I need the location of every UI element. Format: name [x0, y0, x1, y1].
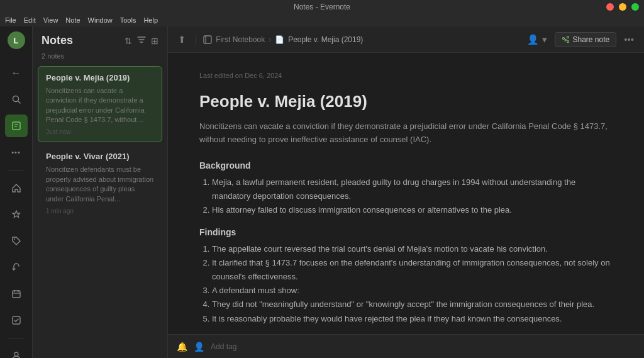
note-subtitle: Noncitizens can vacate a conviction if t… [199, 120, 613, 147]
list-item: The appellate court reversed the trial c… [212, 242, 613, 256]
note-section-heading-1: Findings [199, 227, 613, 237]
note-card-1[interactable]: People v. Mejia (2019) Noncitizens can v… [38, 66, 162, 142]
note-main-title: People v. Mejia (2019) [199, 92, 613, 111]
add-tag-button[interactable]: Add tag [211, 342, 236, 351]
notes-header-actions: ⇅ ⊞ [125, 35, 158, 46]
back-nav-icon[interactable]: ← [5, 62, 28, 84]
menu-note[interactable]: Note [65, 16, 80, 24]
close-btn[interactable]: ✕ [606, 3, 614, 11]
home-nav-icon[interactable] [5, 177, 28, 199]
notes-nav-icon[interactable] [5, 115, 28, 137]
main-content: ⬆ | First Notebook › 📄 People v. Mejia (… [168, 26, 644, 358]
breadcrumb-note-icon: 📄 [275, 35, 284, 44]
note-card-1-title: People v. Mejia (2019) [46, 73, 154, 84]
share-icon [562, 35, 570, 43]
note-card-2[interactable]: People v. Vivar (2021) Noncitizen defend… [38, 145, 162, 221]
more-nav-icon[interactable]: ••• [5, 141, 28, 164]
note-section-heading-0: Background [199, 160, 613, 171]
star-nav-icon[interactable] [5, 203, 28, 226]
app-layout: L ← ••• [0, 26, 644, 358]
note-card-2-time: 1 min ago [46, 208, 154, 215]
nav-divider-2 [8, 338, 25, 338]
note-card-1-time: Just now [46, 128, 154, 135]
notes-panel-title: Notes [42, 34, 73, 47]
share-note-button[interactable]: Share note [555, 32, 617, 47]
svg-rect-2 [13, 122, 20, 130]
svg-rect-13 [204, 36, 211, 43]
svg-rect-10 [13, 316, 20, 324]
svg-point-5 [14, 238, 15, 240]
svg-rect-6 [13, 291, 20, 298]
note-section-background: Background Mejia, a lawful permanent res… [199, 160, 613, 217]
export-icon[interactable]: ⬆ [175, 31, 189, 48]
menu-window[interactable]: Window [88, 16, 113, 24]
breadcrumb-notebook[interactable]: First Notebook [216, 35, 265, 44]
titlebar-title: Notes - Evernote [294, 3, 350, 11]
note-list-1: The appellate court reversed the trial c… [212, 242, 613, 326]
bell-icon[interactable]: 🔔 [177, 342, 187, 352]
note-card-1-preview: Noncitizens can vacate a conviction if t… [46, 86, 154, 125]
shortcut-nav-icon[interactable] [5, 256, 28, 279]
notes-header: Notes ⇅ ⊞ [33, 26, 167, 52]
note-card-2-preview: Noncitizen defendants must be properly a… [46, 165, 154, 204]
list-item: They did not "meaningfully understand" o… [212, 298, 613, 311]
filter-icon[interactable] [137, 35, 146, 46]
icon-sidebar: L ← ••• [0, 26, 33, 358]
titlebar: Notes - Evernote ✕ − + [0, 0, 644, 14]
window-controls: ✕ − + [606, 3, 639, 11]
note-card-2-title: People v. Vivar (2021) [46, 152, 154, 162]
breadcrumb-sep: › [269, 35, 271, 44]
list-item: It clarified that § 1473.7 focuses on th… [212, 256, 613, 284]
notes-list-panel: Notes ⇅ ⊞ 2 notes People v. Mejia (2019)… [33, 26, 168, 358]
maximize-btn[interactable]: + [631, 3, 639, 11]
list-item: It is reasonably probable they would hav… [212, 312, 613, 326]
menu-file[interactable]: File [5, 16, 16, 24]
menu-view[interactable]: View [43, 16, 58, 24]
toolbar-right: 👤 ▾ Share note ••• [525, 31, 636, 48]
notebook-icon [203, 35, 212, 44]
more-toolbar-icon[interactable]: ••• [621, 31, 636, 47]
avatar[interactable]: L [8, 31, 25, 49]
note-section-findings: Findings The appellate court reversed th… [199, 227, 613, 326]
svg-point-11 [14, 352, 18, 356]
menu-help[interactable]: Help [143, 16, 158, 24]
note-last-edited: Last edited on Dec 6, 2024 [199, 72, 613, 79]
task-nav-icon[interactable] [5, 309, 28, 332]
footer-person-icon[interactable]: 👤 [194, 342, 204, 352]
breadcrumb-note[interactable]: People v. Mejia (2019) [288, 35, 363, 44]
toolbar-left: ⬆ | First Notebook › 📄 People v. Mejia (… [175, 31, 519, 48]
list-item: A defendant must show: [212, 284, 613, 298]
svg-line-1 [18, 101, 20, 104]
user-icon[interactable]: 👤 ▾ [525, 31, 549, 48]
nav-divider-1 [8, 170, 25, 171]
tag-nav-icon[interactable] [5, 230, 28, 252]
sort-icon[interactable]: ⇅ [125, 36, 132, 46]
menubar: File Edit View Note Window Tools Help [0, 14, 644, 26]
note-toolbar: ⬆ | First Notebook › 📄 People v. Mejia (… [168, 26, 644, 53]
menu-tools[interactable]: Tools [120, 16, 136, 24]
note-content-area[interactable]: Last edited on Dec 6, 2024 People v. Mej… [168, 53, 644, 334]
menu-edit[interactable]: Edit [24, 16, 36, 24]
list-item: Mejia, a lawful permanent resident, plea… [212, 176, 613, 203]
list-item: His attorney failed to discuss immigrati… [212, 203, 613, 217]
notes-count: 2 notes [33, 52, 167, 65]
minimize-btn[interactable]: − [619, 3, 626, 11]
search-nav-icon[interactable] [5, 88, 28, 111]
note-footer: 🔔 👤 Add tag [168, 334, 644, 358]
person-nav-icon[interactable] [5, 345, 28, 358]
note-list-0: Mejia, a lawful permanent resident, plea… [212, 176, 613, 217]
calendar-nav-icon[interactable] [5, 282, 28, 305]
layout-icon[interactable]: ⊞ [151, 36, 158, 46]
